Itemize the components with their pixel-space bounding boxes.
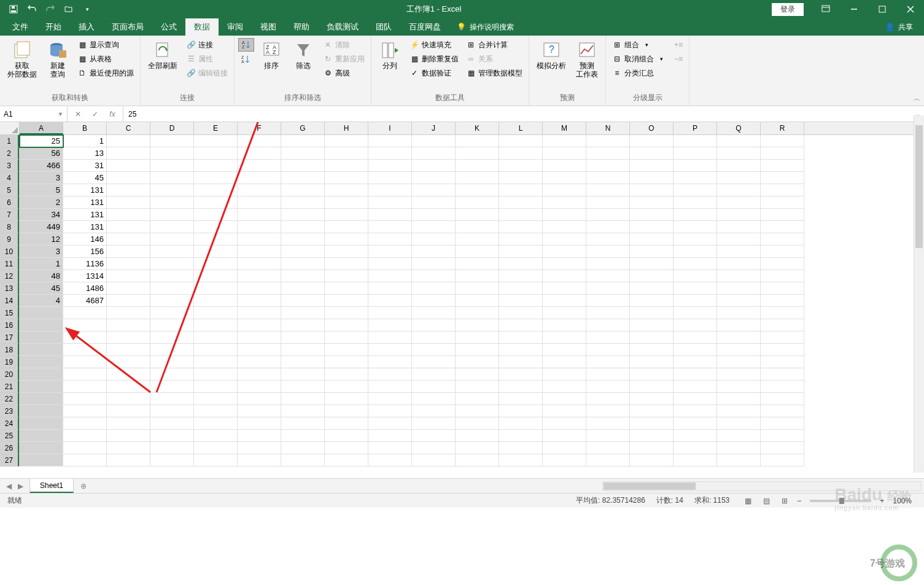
cell-E7[interactable]: [194, 209, 238, 221]
cell-L9[interactable]: [499, 233, 543, 246]
cell-M4[interactable]: [543, 172, 586, 184]
cell-D19[interactable]: [150, 356, 194, 368]
cell-K18[interactable]: [456, 344, 499, 356]
cancel-icon[interactable]: ✕: [70, 107, 86, 122]
cell-D14[interactable]: [150, 295, 194, 307]
cell-P22[interactable]: [674, 393, 717, 405]
cell-L8[interactable]: [499, 221, 543, 233]
cell-G20[interactable]: [281, 368, 325, 381]
maximize-icon[interactable]: [868, 0, 896, 18]
cell-I16[interactable]: [368, 319, 412, 331]
cell-G10[interactable]: [281, 246, 325, 258]
cell-C20[interactable]: [107, 368, 150, 381]
cell-I25[interactable]: [368, 430, 412, 442]
cell-K14[interactable]: [456, 295, 499, 307]
cell-R11[interactable]: [761, 258, 804, 270]
cell-P19[interactable]: [674, 356, 717, 368]
cell-J9[interactable]: [412, 233, 456, 246]
tab-file[interactable]: 文件: [4, 18, 37, 36]
cell-R15[interactable]: [761, 307, 804, 319]
cell-A14[interactable]: 4: [20, 295, 63, 307]
cell-M5[interactable]: [543, 184, 586, 196]
cell-O12[interactable]: [630, 270, 674, 282]
recent-sources-button[interactable]: 🗋最近使用的源: [75, 66, 136, 80]
cell-E21[interactable]: [194, 381, 238, 393]
cell-J18[interactable]: [412, 344, 456, 356]
cell-M18[interactable]: [543, 344, 586, 356]
cell-O1[interactable]: [630, 135, 674, 147]
cell-M6[interactable]: [543, 196, 586, 209]
cell-J3[interactable]: [412, 160, 456, 172]
cell-O3[interactable]: [630, 160, 674, 172]
cell-B3[interactable]: 31: [63, 160, 107, 172]
cell-D23[interactable]: [150, 405, 194, 417]
cell-C4[interactable]: [107, 172, 150, 184]
cell-P23[interactable]: [674, 405, 717, 417]
cell-J16[interactable]: [412, 319, 456, 331]
cell-M16[interactable]: [543, 319, 586, 331]
cell-H27[interactable]: [325, 454, 368, 467]
cell-N11[interactable]: [586, 258, 630, 270]
cell-N18[interactable]: [586, 344, 630, 356]
row-header-2[interactable]: 2: [0, 147, 19, 160]
cell-C1[interactable]: [107, 135, 150, 147]
cell-A8[interactable]: 449: [20, 221, 63, 233]
cell-K26[interactable]: [456, 442, 499, 454]
cell-M17[interactable]: [543, 331, 586, 344]
cell-C8[interactable]: [107, 221, 150, 233]
cell-E10[interactable]: [194, 246, 238, 258]
cell-B23[interactable]: [63, 405, 107, 417]
consolidate-button[interactable]: ⊞合并计算: [464, 38, 525, 52]
sort-ascending-button[interactable]: AZ: [238, 38, 254, 52]
login-button[interactable]: 登录: [772, 3, 804, 16]
cell-B25[interactable]: [63, 430, 107, 442]
cell-O8[interactable]: [630, 221, 674, 233]
cell-G16[interactable]: [281, 319, 325, 331]
row-header-10[interactable]: 10: [0, 246, 19, 258]
cell-E15[interactable]: [194, 307, 238, 319]
cell-E22[interactable]: [194, 393, 238, 405]
cell-C24[interactable]: [107, 417, 150, 430]
remove-duplicates-button[interactable]: ▦删除重复值: [407, 52, 461, 66]
cell-A25[interactable]: [20, 430, 63, 442]
cell-E4[interactable]: [194, 172, 238, 184]
cell-J11[interactable]: [412, 258, 456, 270]
cell-B17[interactable]: [63, 331, 107, 344]
cell-M9[interactable]: [543, 233, 586, 246]
cell-L10[interactable]: [499, 246, 543, 258]
cell-L12[interactable]: [499, 270, 543, 282]
vertical-scrollbar[interactable]: [914, 115, 924, 473]
cell-R10[interactable]: [761, 246, 804, 258]
cell-A27[interactable]: [20, 454, 63, 467]
cell-K27[interactable]: [456, 454, 499, 467]
cell-B5[interactable]: 131: [63, 184, 107, 196]
tab-data[interactable]: 数据: [185, 18, 219, 36]
cell-E16[interactable]: [194, 319, 238, 331]
cell-J7[interactable]: [412, 209, 456, 221]
cell-C16[interactable]: [107, 319, 150, 331]
cell-L22[interactable]: [499, 393, 543, 405]
cell-A15[interactable]: [20, 307, 63, 319]
cell-P4[interactable]: [674, 172, 717, 184]
cell-P14[interactable]: [674, 295, 717, 307]
formula-input[interactable]: 25: [123, 106, 912, 122]
cell-F7[interactable]: [238, 209, 281, 221]
column-header-A[interactable]: A: [20, 122, 63, 134]
cell-A6[interactable]: 2: [20, 196, 63, 209]
cell-E20[interactable]: [194, 368, 238, 381]
cell-M24[interactable]: [543, 417, 586, 430]
cell-R13[interactable]: [761, 282, 804, 295]
cell-E27[interactable]: [194, 454, 238, 467]
cell-F16[interactable]: [238, 319, 281, 331]
save-icon[interactable]: [5, 1, 22, 18]
cell-A20[interactable]: [20, 368, 63, 381]
column-header-H[interactable]: H: [325, 122, 368, 134]
cell-R16[interactable]: [761, 319, 804, 331]
cell-B8[interactable]: 131: [63, 221, 107, 233]
cell-K11[interactable]: [456, 258, 499, 270]
cell-Q12[interactable]: [717, 270, 761, 282]
redo-icon[interactable]: [42, 1, 59, 18]
cell-F25[interactable]: [238, 430, 281, 442]
cell-J21[interactable]: [412, 381, 456, 393]
manage-model-button[interactable]: ▦管理数据模型: [464, 66, 525, 80]
